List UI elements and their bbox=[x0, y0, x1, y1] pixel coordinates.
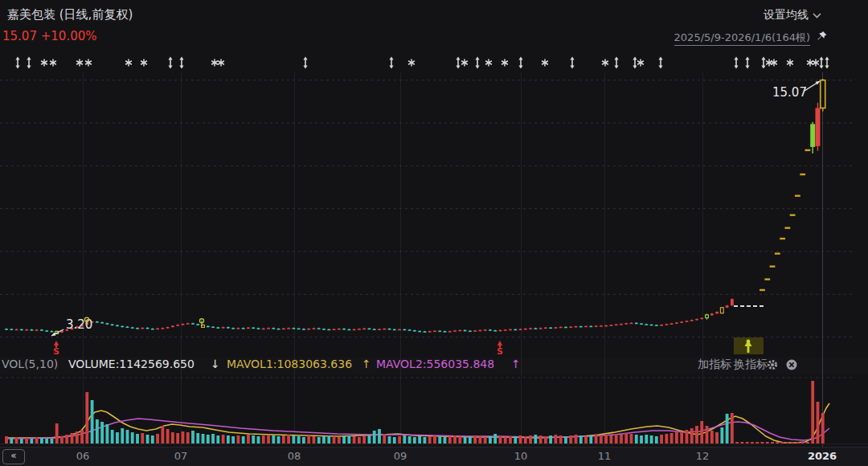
volume-value: VOLUME:1142569.650 bbox=[68, 358, 194, 370]
chevron-down-icon bbox=[813, 13, 821, 18]
main-chart-canvas[interactable]: 3.2015.07SS bbox=[0, 0, 868, 466]
svg-text:S: S bbox=[497, 346, 503, 357]
axis-label-2026: 2026 bbox=[808, 450, 837, 462]
high-price-label: 15.07 bbox=[772, 85, 807, 100]
switch-indicator-button[interactable]: 换指标 bbox=[734, 358, 768, 372]
axis-label-08: 08 bbox=[288, 450, 301, 462]
mavol2-direction-icon: ↑ bbox=[511, 358, 521, 370]
date-range-link[interactable]: 2025/5/9-2026/1/6(164根) bbox=[674, 31, 810, 46]
volume-bars bbox=[5, 381, 825, 444]
month-gridlines bbox=[84, 72, 823, 447]
gear-icon[interactable] bbox=[766, 358, 779, 371]
mavol1-value: MAVOL1:1083063.636 bbox=[227, 358, 352, 370]
pin-icon[interactable] bbox=[816, 31, 828, 43]
volume-gridlines bbox=[0, 378, 868, 444]
mavol2-value: MAVOL2:556035.848 bbox=[376, 358, 494, 370]
axis-label-06: 06 bbox=[76, 450, 90, 462]
axis-label-11: 11 bbox=[598, 450, 612, 462]
ma-settings-label: 设置均线 bbox=[764, 8, 809, 22]
axis-label-07: 07 bbox=[174, 450, 188, 462]
vol-indicator-name: VOL(5,10) bbox=[2, 358, 58, 370]
axis-label-09: 09 bbox=[394, 450, 407, 462]
last-price: 15.07 bbox=[2, 29, 37, 43]
buy-signal-marker bbox=[734, 337, 764, 354]
collapse-button[interactable]: « bbox=[2, 449, 25, 464]
ma-settings-button[interactable]: 设置均线 bbox=[764, 8, 821, 22]
change-percent: +10.00% bbox=[41, 29, 97, 43]
volume-direction-icon: ↓ bbox=[211, 358, 220, 370]
svg-text:S: S bbox=[53, 346, 59, 357]
stock-chart-app: 3.2015.07SS 嘉美包装 (日线,前复权) 15.07 +10.00% … bbox=[0, 0, 868, 466]
close-icon[interactable] bbox=[785, 358, 798, 371]
price-candles bbox=[5, 79, 825, 333]
sell-signal-marker: S bbox=[53, 341, 59, 357]
axis-label-10: 10 bbox=[514, 450, 528, 462]
mavol1-direction-icon: ↑ bbox=[362, 358, 371, 370]
price-change: 15.07 +10.00% bbox=[2, 29, 97, 43]
time-axis: « 060708091011122026 bbox=[0, 447, 868, 466]
event-marker-row bbox=[15, 57, 829, 69]
sell-signal-marker: S bbox=[497, 341, 503, 357]
page-title: 嘉美包装 (日线,前复权) bbox=[7, 7, 133, 22]
volume-indicator-header: VOL(5,10) VOLUME:1142569.650 ↓ MAVOL1:10… bbox=[0, 357, 868, 374]
price-gridlines bbox=[0, 80, 852, 337]
add-indicator-button[interactable]: 加指标 bbox=[698, 358, 731, 372]
axis-label-12: 12 bbox=[696, 450, 710, 462]
